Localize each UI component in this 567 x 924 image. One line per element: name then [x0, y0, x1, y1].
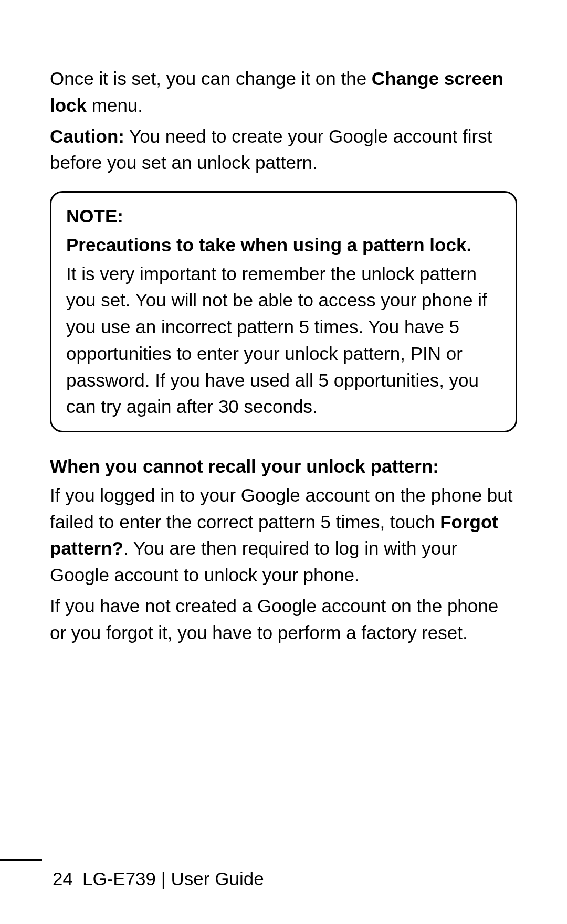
footer-divider — [0, 859, 42, 861]
page-content: Once it is set, you can change it on the… — [50, 66, 517, 646]
caution-label: Caution: — [50, 126, 124, 146]
recall-para2: If you have not created a Google account… — [50, 593, 517, 646]
footer-guide: User Guide — [171, 868, 264, 889]
page-footer: 24LG-E739 | User Guide — [0, 866, 567, 893]
note-box: NOTE: Precautions to take when using a p… — [50, 191, 517, 432]
footer-model: LG-E739 — [82, 868, 156, 889]
intro-text-after: menu. — [87, 95, 143, 115]
intro-paragraph: Once it is set, you can change it on the… — [50, 66, 517, 119]
caution-paragraph: Caution: You need to create your Google … — [50, 123, 517, 177]
note-title: NOTE: — [66, 203, 501, 230]
intro-text-before: Once it is set, you can change it on the — [50, 68, 372, 89]
footer-separator: | — [156, 868, 171, 889]
recall-para1: If you logged in to your Google account … — [50, 482, 517, 589]
page-number: 24 — [52, 866, 73, 893]
note-subtitle: Precautions to take when using a pattern… — [66, 232, 501, 259]
footer-text: 24LG-E739 | User Guide — [50, 866, 517, 893]
recall-heading: When you cannot recall your unlock patte… — [50, 453, 517, 480]
note-body: It is very important to remember the unl… — [66, 261, 501, 421]
